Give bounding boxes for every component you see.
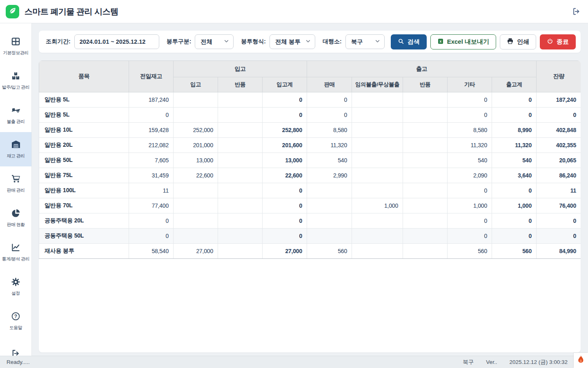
- sidebar-item-signout[interactable]: [0, 338, 31, 356]
- item-cell: 일반용 20L: [39, 138, 129, 153]
- value-cell: 402,848: [537, 123, 581, 138]
- table-row[interactable]: 일반용 20L212,082201,000201,60011,32011,320…: [39, 138, 581, 153]
- sidebar-item-settings[interactable]: 설정: [0, 269, 31, 304]
- value-cell: [403, 138, 448, 153]
- value-cell: [174, 92, 218, 108]
- value-cell: 2,090: [448, 168, 492, 183]
- value-cell: [174, 108, 218, 123]
- print-button[interactable]: 인쇄: [500, 34, 536, 49]
- value-cell: 402,355: [537, 138, 581, 153]
- col-header-in: 입고: [174, 77, 218, 92]
- table-row[interactable]: 일반용 100L1100011: [39, 183, 581, 198]
- table-row[interactable]: 일반용 5L187,2400000187,240: [39, 92, 581, 108]
- value-cell: [352, 153, 403, 168]
- status-text: Ready.....: [7, 359, 30, 365]
- table-row[interactable]: 일반용 50L7,60513,00013,00054054054020,065: [39, 153, 581, 168]
- table-row[interactable]: 공동주택용 50L00000: [39, 229, 581, 244]
- sidebar-item-release[interactable]: 불출 관리: [0, 98, 31, 132]
- status-bar: Ready..... 북구 Ver.. 2025.12.12 (금) 3:00:…: [0, 356, 588, 368]
- table-row[interactable]: 일반용 75L31,45922,60022,6002,9902,0903,640…: [39, 168, 581, 183]
- value-cell: 0: [129, 108, 174, 123]
- value-cell: [218, 213, 263, 229]
- table-row[interactable]: 공동주택용 20L00000: [39, 213, 581, 229]
- table-row[interactable]: 재사용 봉투58,54027,00027,00056056056084,990: [39, 244, 581, 259]
- value-cell: 0: [537, 213, 581, 229]
- value-cell: [352, 168, 403, 183]
- leaf-icon: [9, 7, 16, 16]
- value-cell: 7,605: [129, 153, 174, 168]
- value-cell: [352, 123, 403, 138]
- status-version: Ver..: [486, 359, 497, 365]
- agency-select[interactable]: 북구: [345, 34, 385, 49]
- value-cell: 0: [307, 92, 352, 108]
- col-header-item: 품목: [39, 61, 129, 92]
- period-input[interactable]: [74, 34, 159, 49]
- value-cell: 187,240: [129, 92, 174, 108]
- value-cell: 1,000: [492, 198, 537, 213]
- value-cell: [307, 213, 352, 229]
- exit-button[interactable]: 종료: [540, 34, 576, 49]
- value-cell: [403, 168, 448, 183]
- agency-value: 북구: [351, 38, 363, 46]
- value-cell: 0: [492, 213, 537, 229]
- status-agency: 북구: [463, 359, 474, 366]
- chevron-down-icon: [305, 38, 311, 45]
- sidebar-item-statistics[interactable]: 통계/분석 관리: [0, 235, 31, 269]
- value-cell: 31,459: [129, 168, 174, 183]
- line-chart-icon: [11, 243, 20, 252]
- value-cell: [218, 168, 263, 183]
- excel-export-button[interactable]: x Excel 내보내기: [430, 34, 496, 49]
- value-cell: [403, 183, 448, 198]
- top-header: 스마트 폐기물 관리 시스템: [0, 0, 588, 23]
- value-cell: 159,428: [129, 123, 174, 138]
- value-cell: 76,400: [537, 198, 581, 213]
- value-cell: [218, 244, 263, 259]
- value-cell: [218, 229, 263, 244]
- value-cell: 0: [448, 183, 492, 198]
- table-row[interactable]: 일반용 10L159,428252,000252,8008,5808,5808,…: [39, 123, 581, 138]
- value-cell: [403, 153, 448, 168]
- bag-type-select[interactable]: 전체: [195, 34, 234, 49]
- warehouse-icon: [11, 139, 21, 149]
- sidebar-item-sales-status[interactable]: 판매 현황: [0, 201, 31, 235]
- table-row[interactable]: 일반용 70L77,40001,0001,0001,00076,400: [39, 198, 581, 213]
- sidebar-item-sales[interactable]: 판매 관리: [0, 166, 31, 201]
- sidebar-item-help[interactable]: ? 도움말: [0, 304, 31, 338]
- status-right: 북구 Ver.. 2025.12.12 (금) 3:00:32: [463, 359, 568, 366]
- value-cell: [307, 183, 352, 198]
- printer-icon: [507, 38, 514, 46]
- value-cell: [403, 92, 448, 108]
- bag-type-value: 전체: [200, 38, 212, 46]
- value-cell: [218, 123, 263, 138]
- sidebar-item-orders[interactable]: 발주/입고 관리: [0, 63, 31, 98]
- flame-logo: [574, 353, 588, 368]
- value-cell: 187,240: [537, 92, 581, 108]
- value-cell: 13,000: [174, 153, 218, 168]
- value-cell: 20,065: [537, 153, 581, 168]
- col-header-free-release: 임의불출/무상불출: [352, 77, 403, 92]
- item-cell: 일반용 10L: [39, 123, 129, 138]
- value-cell: 0: [492, 108, 537, 123]
- value-cell: [352, 213, 403, 229]
- value-cell: 0: [307, 108, 352, 123]
- col-header-in-return: 반품: [218, 77, 263, 92]
- value-cell: 212,082: [129, 138, 174, 153]
- boxes-icon: [11, 71, 20, 81]
- sidebar-item-inventory[interactable]: 재고 관리: [0, 132, 31, 166]
- bag-format-select[interactable]: 전체 봉투: [270, 34, 315, 49]
- value-cell: 77,400: [129, 198, 174, 213]
- value-cell: 22,600: [174, 168, 218, 183]
- sidebar-item-label: 기본정보관리: [3, 50, 28, 56]
- value-cell: 11,320: [448, 138, 492, 153]
- help-icon: ?: [11, 312, 20, 321]
- value-cell: 0: [537, 229, 581, 244]
- value-cell: [403, 229, 448, 244]
- logout-icon[interactable]: [572, 7, 581, 16]
- sidebar-item-basic-info[interactable]: 기본정보관리: [0, 29, 31, 63]
- value-cell: 201,600: [263, 138, 307, 153]
- value-cell: [307, 229, 352, 244]
- search-button[interactable]: 검색: [391, 34, 427, 49]
- value-cell: 0: [537, 108, 581, 123]
- table-row[interactable]: 일반용 5L000000: [39, 108, 581, 123]
- value-cell: 201,000: [174, 138, 218, 153]
